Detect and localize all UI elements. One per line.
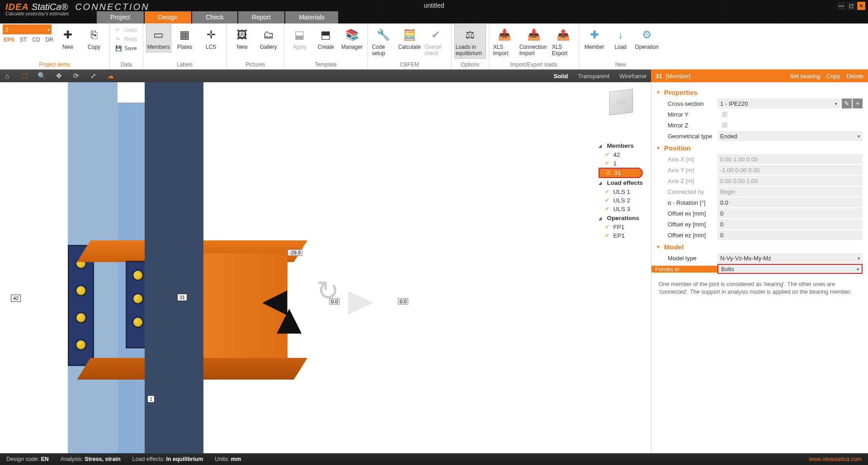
tab-check[interactable]: Check bbox=[192, 11, 237, 23]
template-create-button[interactable]: ⬒Create bbox=[313, 24, 339, 52]
tree-head-members[interactable]: Members bbox=[599, 141, 643, 150]
tree-head-loads[interactable]: Load effects bbox=[599, 178, 643, 188]
status-units-label: Units: bbox=[215, 456, 229, 462]
loads-in-equilibrium-button[interactable]: ⚖Loads in equilibrium bbox=[454, 24, 486, 59]
mirror-y-checkbox[interactable] bbox=[722, 112, 727, 117]
cross-section-dropdown[interactable]: 1 - IPE220 bbox=[717, 99, 840, 108]
new-operation-button[interactable]: ⚙Operation bbox=[634, 24, 660, 52]
tab-design[interactable]: Design bbox=[145, 11, 192, 23]
create-icon: ⬒ bbox=[318, 27, 334, 43]
labels-lcs-button[interactable]: ✛LCS bbox=[198, 24, 224, 52]
window-close-button[interactable]: ✕ bbox=[857, 2, 865, 10]
axis-z-label: Axis Z [m] bbox=[655, 178, 717, 184]
viewport-3d[interactable]: ◀ ◀ ↻ 42 31 1 -29.9 0.0 0.0 ⬚ ⬚ Members … bbox=[0, 82, 651, 453]
bolt-icon bbox=[75, 339, 87, 351]
projection-st[interactable]: ST bbox=[20, 37, 27, 43]
axis-y-label: Axis Y [m] bbox=[655, 167, 717, 174]
tab-materials[interactable]: Materials bbox=[285, 11, 338, 23]
rotation-input[interactable]: 0.0 bbox=[717, 197, 863, 207]
tree-load-2[interactable]: ULS 2 bbox=[599, 196, 643, 205]
status-url[interactable]: www.ideastatica.com bbox=[809, 456, 862, 462]
mirror-y-label: Mirror Y bbox=[655, 111, 717, 118]
member-label-31[interactable]: 31 bbox=[177, 294, 187, 301]
load-value-3: 0.0 bbox=[398, 298, 408, 305]
section-properties[interactable]: Properties bbox=[655, 86, 863, 98]
tree-op-1[interactable]: FP1 bbox=[599, 223, 643, 231]
offset-ex-input[interactable]: 0 bbox=[717, 208, 863, 218]
window-minimize-button[interactable]: — bbox=[837, 2, 845, 10]
tree-member-42[interactable]: 42 bbox=[599, 150, 643, 159]
properties-panel: Properties Cross-section 1 - IPE220 ✎ ＋ … bbox=[651, 82, 868, 453]
model-type-dropdown[interactable]: N-Vy-Vz-Mx-My-Mz bbox=[717, 253, 863, 263]
zoom-button[interactable]: 🔍 bbox=[37, 71, 46, 80]
rotate-button[interactable]: ⟳ bbox=[71, 71, 80, 80]
projection-eps[interactable]: EPS bbox=[4, 37, 14, 43]
ribbon-group-pictures: 🖼New 🗂Gallery Pictures bbox=[227, 23, 284, 69]
fit-button[interactable]: ⤢ bbox=[89, 71, 98, 80]
projection-cd[interactable]: CD bbox=[32, 37, 40, 43]
save-button[interactable]: 💾Save bbox=[113, 44, 140, 52]
redo-button[interactable]: ↷Redo bbox=[113, 35, 140, 43]
new-item-icon: ✚ bbox=[60, 27, 76, 43]
tree-load-1[interactable]: ULS 1 bbox=[599, 188, 643, 196]
member-label-1[interactable]: 1 bbox=[147, 395, 155, 403]
navigation-cube[interactable]: ⬚ ⬚ bbox=[609, 89, 633, 115]
copy-member-button[interactable]: Copy bbox=[826, 73, 840, 80]
section-model[interactable]: Model bbox=[655, 240, 863, 253]
labels-members-button[interactable]: ▭Members bbox=[146, 24, 171, 52]
delete-member-button[interactable]: Delete bbox=[846, 73, 863, 80]
add-cross-section-button[interactable]: ＋ bbox=[853, 99, 863, 108]
template-apply-button[interactable]: ⬓Apply bbox=[287, 24, 312, 52]
render-wireframe[interactable]: Wireframe bbox=[618, 73, 648, 80]
render-transparent[interactable]: Transparent bbox=[576, 73, 611, 80]
tree-member-31[interactable]: 31 bbox=[599, 168, 643, 178]
document-title: untitled bbox=[424, 2, 444, 9]
tab-report[interactable]: Report bbox=[238, 11, 284, 23]
xls-export-button[interactable]: 📤XLS Export bbox=[551, 24, 576, 59]
labels-plates-button[interactable]: ▦Plates bbox=[172, 24, 198, 52]
hint-text: One member of the joint is considered as… bbox=[655, 274, 863, 298]
rotation-label: α - Rotation [°] bbox=[655, 199, 717, 206]
tree-load-3[interactable]: ULS 3 bbox=[599, 205, 643, 213]
home-view-button[interactable]: ⌂ bbox=[3, 71, 12, 80]
xls-import-button[interactable]: 📥XLS Import bbox=[492, 24, 517, 59]
geo-type-dropdown[interactable]: Ended bbox=[717, 131, 863, 141]
projection-dr[interactable]: DR bbox=[46, 37, 53, 43]
template-manager-button[interactable]: 📚Manager bbox=[340, 24, 365, 52]
undo-button[interactable]: ↶Undo bbox=[113, 26, 140, 34]
window-maximize-button[interactable]: ◻ bbox=[847, 2, 855, 10]
plates-icon: ▦ bbox=[177, 27, 193, 43]
tree-op-2[interactable]: EP1 bbox=[599, 231, 643, 240]
mirror-z-label: Mirror Z bbox=[655, 122, 717, 129]
tree-head-operations[interactable]: Operations bbox=[599, 213, 643, 223]
calculate-button[interactable]: 🧮Calculate bbox=[397, 24, 422, 52]
selected-kind: [Member] bbox=[665, 73, 690, 80]
forces-in-dropdown[interactable]: Bolts bbox=[717, 264, 863, 274]
new-member-button[interactable]: ✚Member bbox=[582, 24, 607, 52]
overall-check-button[interactable]: ✔︎Overall check bbox=[423, 24, 448, 59]
tree-member-1[interactable]: 1 bbox=[599, 159, 643, 168]
offset-ey-input[interactable]: 0 bbox=[717, 219, 863, 229]
edit-cross-section-button[interactable]: ✎ bbox=[842, 99, 852, 108]
member-label-42[interactable]: 42 bbox=[11, 295, 21, 302]
new-load-button[interactable]: ↓Load bbox=[608, 24, 633, 52]
code-setup-button[interactable]: 🔧Code setup bbox=[371, 24, 396, 59]
view-toolbar: ⌂ ⬚ 🔍 ✥ ⟳ ⤢ ☁ Solid Transparent Wirefram… bbox=[0, 70, 651, 82]
project-new-button[interactable]: ✚ New bbox=[55, 24, 80, 52]
main-area: ◀ ◀ ↻ 42 31 1 -29.9 0.0 0.0 ⬚ ⬚ Members … bbox=[0, 82, 868, 453]
select-button[interactable]: ⬚ bbox=[20, 71, 29, 80]
section-position[interactable]: Position bbox=[655, 141, 863, 154]
mirror-z-checkbox[interactable] bbox=[722, 122, 727, 128]
cross-section-label: Cross-section bbox=[655, 100, 717, 107]
offset-ez-input[interactable]: 0 bbox=[717, 230, 863, 240]
project-copy-button[interactable]: ⎘ Copy bbox=[81, 24, 107, 52]
connection-import-button[interactable]: 📥Connection Import bbox=[518, 24, 550, 59]
pan-button[interactable]: ✥ bbox=[54, 71, 63, 80]
project-item-dropdown[interactable]: 2 bbox=[3, 24, 52, 34]
render-solid[interactable]: Solid bbox=[552, 73, 570, 80]
tab-project[interactable]: Project bbox=[97, 11, 144, 23]
picture-new-button[interactable]: 🖼New bbox=[230, 24, 255, 52]
highlight-button[interactable]: ☁ bbox=[106, 71, 115, 80]
picture-gallery-button[interactable]: 🗂Gallery bbox=[256, 24, 281, 52]
set-bearing-button[interactable]: Set bearing bbox=[790, 73, 821, 80]
